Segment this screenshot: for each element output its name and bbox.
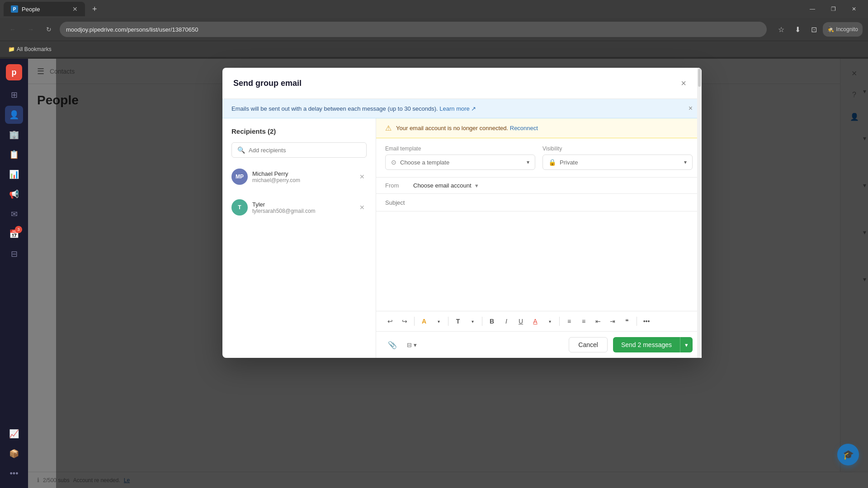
email-template-group: Email template ⊙ Choose a template ▾ — [385, 145, 535, 170]
sidebar-item-activity[interactable]: 📊 — [5, 165, 23, 183]
sidebar-item-org[interactable]: 🏢 — [5, 126, 23, 144]
indent-dec-button[interactable]: ⇤ — [591, 315, 605, 328]
email-template-value: Choose a template — [400, 159, 523, 166]
new-tab-button[interactable]: + — [89, 3, 101, 16]
sidebar-item-people[interactable]: 👤 — [5, 106, 23, 124]
cancel-button[interactable]: Cancel — [569, 337, 608, 352]
email-body[interactable] — [376, 211, 702, 311]
search-icon: 🔍 — [237, 146, 245, 154]
underline-button[interactable]: U — [514, 315, 528, 328]
recipients-title: Recipients (2) — [231, 127, 367, 135]
sidebar-item-announcements[interactable]: 📢 — [5, 185, 23, 203]
sidebar-item-reports[interactable]: 📈 — [5, 425, 23, 443]
add-recipients-input[interactable] — [249, 147, 361, 154]
browser-tab-active[interactable]: P People ✕ — [4, 2, 85, 16]
recipient-avatar-michael: MP — [231, 169, 248, 185]
bookmark-star-icon[interactable]: ☆ — [774, 22, 788, 37]
send-button-group: Send 2 messages ▾ — [613, 337, 693, 352]
forward-button[interactable]: → — [24, 22, 38, 37]
email-options-row: Email template ⊙ Choose a template ▾ Vis… — [376, 138, 702, 178]
address-bar[interactable]: moodjoy.pipedrive.com/persons/list/user/… — [60, 22, 767, 37]
reconnect-link[interactable]: Reconnect — [510, 125, 538, 131]
info-banner: Emails will be sent out with a delay bet… — [222, 99, 702, 118]
recipient-info-michael: Michael Perry michael@perry.com — [252, 170, 353, 183]
app-logo[interactable]: p — [6, 64, 22, 80]
browser-titlebar: P People ✕ + — ❐ ✕ — [0, 0, 868, 18]
font-color-dropdown-button[interactable]: ▾ — [543, 315, 557, 328]
visibility-select[interactable]: 🔒 Private ▾ — [542, 155, 693, 170]
unordered-list-button[interactable]: ≡ — [577, 315, 590, 328]
email-template-select[interactable]: ⊙ Choose a template ▾ — [385, 155, 535, 170]
close-button[interactable]: ✕ — [844, 0, 864, 18]
restore-button[interactable]: ❐ — [823, 0, 844, 18]
more-options-button[interactable]: ••• — [640, 315, 653, 328]
warning-text: Your email account is no longer connecte… — [396, 125, 538, 131]
visibility-group: Visibility 🔒 Private ▾ — [542, 145, 693, 170]
font-color-button[interactable]: A — [528, 315, 542, 328]
modal-close-button[interactable]: × — [676, 76, 691, 90]
minimize-button[interactable]: — — [802, 0, 823, 18]
email-template-label: Email template — [385, 145, 535, 152]
recipient-avatar-tyler: T — [231, 199, 248, 216]
sidebar-item-more[interactable]: ••• — [5, 465, 23, 483]
footer-right: Cancel Send 2 messages ▾ — [569, 337, 693, 352]
app-sidebar: p ⊞ 👤 🏢 📋 📊 📢 ✉ 📅 3 ⊟ 📈 📦 ••• — [0, 59, 28, 488]
undo-button[interactable]: ↩ — [383, 315, 397, 328]
send-dropdown-button[interactable]: ▾ — [680, 337, 693, 352]
highlight-color-button[interactable]: A — [417, 315, 431, 328]
text-style-button[interactable]: T — [451, 315, 465, 328]
italic-button[interactable]: I — [500, 315, 513, 328]
modal-title: Send group email — [233, 79, 302, 88]
sidebar-item-pipelines[interactable]: ⊟ — [5, 245, 23, 263]
modal-scrollbar[interactable] — [697, 68, 702, 358]
sidebar-item-mail[interactable]: ✉ — [5, 205, 23, 223]
recipient-name-tyler: Tyler — [252, 201, 353, 208]
recipient-remove-tyler[interactable]: ✕ — [358, 202, 367, 213]
back-button[interactable]: ← — [5, 22, 20, 37]
from-select[interactable]: Choose email account ▼ — [413, 182, 479, 189]
quote-button[interactable]: ❝ — [620, 315, 634, 328]
subject-row[interactable] — [376, 194, 702, 211]
tab-title: People — [22, 6, 40, 13]
toolbar-separator-4 — [559, 317, 560, 326]
from-dropdown-icon: ▼ — [474, 183, 479, 188]
refresh-button[interactable]: ↻ — [42, 22, 56, 37]
modal-footer: 📎 ⊟ ▾ Cancel Send 2 messages — [376, 331, 702, 358]
recipient-name-michael: Michael Perry — [252, 170, 353, 177]
download-icon[interactable]: ⬇ — [790, 22, 805, 37]
format-button[interactable]: ⊟ ▾ — [403, 340, 420, 350]
subject-input[interactable] — [385, 199, 693, 206]
info-banner-close-button[interactable]: × — [689, 104, 693, 113]
recipient-remove-michael[interactable]: ✕ — [358, 171, 367, 182]
highlight-dropdown-button[interactable]: ▾ — [432, 315, 445, 328]
email-form-panel: ⚠ Your email account is no longer connec… — [376, 118, 702, 358]
sidebar-item-home[interactable]: ⊞ — [5, 86, 23, 104]
lock-icon: 🔒 — [548, 159, 556, 166]
window-controls: — ❐ ✕ — [802, 0, 864, 18]
template-dropdown-icon: ▾ — [527, 159, 529, 165]
format-dropdown-icon: ▾ — [414, 342, 417, 348]
bookmarks-folder[interactable]: 📁 All Bookmarks — [5, 45, 54, 53]
attach-button[interactable]: 📎 — [385, 338, 400, 352]
text-style-dropdown-button[interactable]: ▾ — [466, 315, 479, 328]
sidebar-item-contacts[interactable]: 📋 — [5, 145, 23, 164]
send-button[interactable]: Send 2 messages — [613, 337, 680, 352]
send-group-email-modal: Send group email × Emails will be sent o… — [222, 68, 702, 358]
template-icon: ⊙ — [391, 159, 396, 166]
browser-toolbar: ← → ↻ moodjoy.pipedrive.com/persons/list… — [0, 18, 868, 41]
toolbar-separator-2 — [448, 317, 448, 326]
from-row: From Choose email account ▼ — [376, 178, 702, 194]
sidebar-item-calendar[interactable]: 📅 3 — [5, 225, 23, 243]
profile-icon[interactable]: ⊡ — [807, 22, 821, 37]
bold-button[interactable]: B — [485, 315, 499, 328]
ordered-list-button[interactable]: ≡ — [562, 315, 576, 328]
sidebar-item-products[interactable]: 📦 — [5, 445, 23, 463]
redo-button[interactable]: ↪ — [398, 315, 411, 328]
learn-more-link[interactable]: Learn more ↗ — [439, 105, 476, 112]
help-float-button[interactable]: 🎓 — [837, 444, 859, 465]
incognito-icon: 🕵 — [827, 26, 834, 33]
tab-close-button[interactable]: ✕ — [72, 5, 78, 13]
indent-inc-button[interactable]: ⇥ — [606, 315, 619, 328]
recipients-search[interactable]: 🔍 — [231, 142, 367, 158]
modal-scrollbar-thumb[interactable] — [698, 69, 701, 87]
